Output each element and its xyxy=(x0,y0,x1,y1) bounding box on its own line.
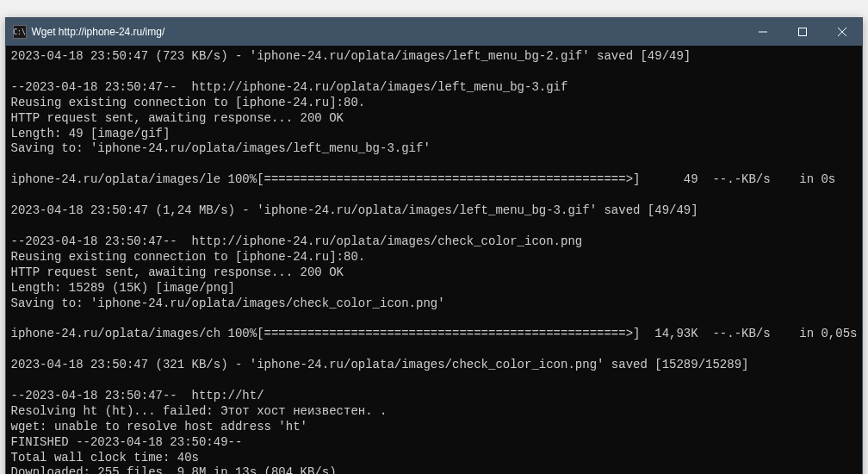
terminal-line: 2023-04-18 23:50:47 (723 KB/s) - 'iphone… xyxy=(11,49,858,65)
terminal-line: Length: 15289 (15K) [image/png] xyxy=(11,281,858,296)
window-controls xyxy=(743,18,862,46)
terminal-line xyxy=(11,157,858,172)
close-icon xyxy=(838,28,846,36)
terminal-line: 2023-04-18 23:50:47 (321 KB/s) - 'iphone… xyxy=(11,358,858,373)
terminal-line: HTTP request sent, awaiting response... … xyxy=(11,265,858,281)
terminal-line xyxy=(11,188,858,203)
terminal-line: HTTP request sent, awaiting response... … xyxy=(11,111,858,127)
terminal-line xyxy=(11,342,858,358)
terminal-window: C:\ Wget http://iphone-24.ru/img/ 2023-0… xyxy=(5,17,864,474)
minimize-icon xyxy=(759,28,767,36)
terminal-line: FINISHED --2023-04-18 23:50:49-- xyxy=(11,435,858,451)
terminal-line: Downloaded: 255 files, 9,8M in 13s (804 … xyxy=(11,465,858,474)
terminal-line: --2023-04-18 23:50:47-- http://ht/ xyxy=(11,389,858,404)
terminal-line: iphone-24.ru/oplata/images/ch 100%[=====… xyxy=(11,327,858,342)
terminal-line: wget: unable to resolve host address 'ht… xyxy=(11,420,858,435)
terminal-line: Total wall clock time: 40s xyxy=(11,451,858,466)
maximize-button[interactable] xyxy=(783,18,822,46)
terminal-line: Length: 49 [image/gif] xyxy=(11,127,858,142)
app-icon: C:\ xyxy=(13,25,27,39)
terminal-line: Reusing existing connection to [iphone-2… xyxy=(11,250,858,265)
terminal-line xyxy=(11,311,858,327)
terminal-line xyxy=(11,219,858,234)
titlebar[interactable]: C:\ Wget http://iphone-24.ru/img/ xyxy=(6,18,863,46)
window-title: Wget http://iphone-24.ru/img/ xyxy=(32,26,744,38)
terminal-line xyxy=(11,65,858,80)
terminal-line: Saving to: 'iphone-24.ru/oplata/images/l… xyxy=(11,141,858,157)
terminal-line: Reusing existing connection to [iphone-2… xyxy=(11,96,858,111)
terminal-line: iphone-24.ru/oplata/images/le 100%[=====… xyxy=(11,172,858,188)
terminal-line: Saving to: 'iphone-24.ru/oplata/images/c… xyxy=(11,296,858,312)
terminal-line: 2023-04-18 23:50:47 (1,24 MB/s) - 'iphon… xyxy=(11,203,858,219)
terminal-output[interactable]: 2023-04-18 23:50:47 (723 KB/s) - 'iphone… xyxy=(6,46,863,474)
terminal-line xyxy=(11,373,858,389)
minimize-button[interactable] xyxy=(743,18,783,46)
maximize-icon xyxy=(798,28,807,36)
terminal-line: Resolving ht (ht)... failed: Этот хост н… xyxy=(11,404,858,420)
terminal-line: --2023-04-18 23:50:47-- http://iphone-24… xyxy=(11,234,858,250)
terminal-line: --2023-04-18 23:50:47-- http://iphone-24… xyxy=(11,80,858,96)
svg-rect-1 xyxy=(799,28,807,36)
close-button[interactable] xyxy=(822,18,862,46)
